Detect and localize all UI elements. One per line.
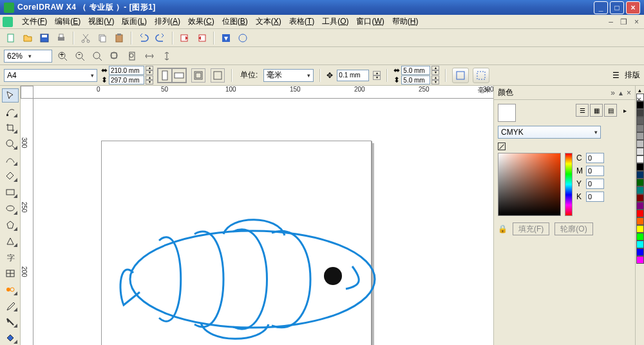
polygon-tool[interactable] — [2, 218, 19, 232]
doc-restore-button[interactable]: ❐ — [618, 17, 630, 26]
ellipse-tool[interactable] — [2, 201, 19, 215]
cut-icon[interactable] — [79, 31, 93, 45]
docker-header[interactable]: 颜色 » ▴ × — [494, 86, 635, 100]
basic-shapes-tool[interactable] — [2, 234, 19, 248]
palette-swatch[interactable] — [636, 202, 644, 210]
palette-tab[interactable]: ▤ — [604, 104, 617, 117]
options-icon[interactable]: ☰ — [612, 71, 620, 80]
layout-label[interactable]: 排版 — [625, 70, 640, 81]
palette-nofill[interactable]: ✕ — [636, 94, 644, 101]
lock-icon[interactable]: 🔒 — [498, 224, 507, 233]
zoom-page-icon[interactable] — [125, 49, 139, 63]
zoom-selection-icon[interactable] — [90, 49, 104, 63]
minimize-button[interactable]: _ — [594, 1, 608, 14]
menu-file[interactable]: 文件(F) — [18, 15, 51, 28]
docker-collapse-icon[interactable]: ▴ — [619, 88, 623, 97]
crop-tool[interactable] — [2, 121, 19, 135]
palette-swatch[interactable] — [636, 163, 644, 171]
shape-tool[interactable] — [2, 104, 19, 119]
eyedropper-tool[interactable] — [2, 299, 19, 313]
no-fill-icon[interactable] — [498, 143, 506, 150]
palette-swatch[interactable] — [636, 225, 644, 233]
zoom-tool[interactable] — [2, 137, 19, 151]
zoom-in-icon[interactable]: + — [55, 49, 70, 63]
maximize-button[interactable]: □ — [610, 1, 624, 14]
ruler-vertical[interactable]: 300 250 200 — [21, 99, 33, 345]
paste-icon[interactable] — [112, 31, 126, 45]
palette-swatch[interactable] — [636, 256, 644, 264]
portrait-button[interactable] — [158, 68, 172, 83]
palette-up-icon[interactable]: ▴ — [638, 87, 641, 94]
save-icon[interactable] — [37, 31, 52, 45]
landscape-button[interactable] — [172, 68, 186, 83]
menu-help[interactable]: 帮助(H) — [388, 15, 422, 28]
width-spinner[interactable]: ▴▾ — [146, 66, 153, 75]
zoom-all-icon[interactable] — [108, 49, 122, 63]
nudge-input[interactable]: 0.1 mm — [337, 70, 369, 81]
palette-swatch[interactable] — [636, 171, 644, 179]
table-tool[interactable] — [2, 266, 19, 281]
c-input[interactable]: 0 — [586, 153, 604, 163]
palette-swatch[interactable] — [636, 117, 644, 124]
redo-icon[interactable] — [153, 31, 167, 45]
palette-swatch[interactable] — [636, 124, 644, 132]
docker-expand-icon[interactable]: » — [611, 88, 615, 97]
freehand-tool[interactable] — [2, 153, 19, 167]
palette-swatch[interactable] — [636, 210, 644, 217]
copy-icon[interactable] — [95, 31, 109, 45]
viewer-tab[interactable]: ▦ — [590, 104, 603, 117]
palette-swatch[interactable] — [636, 155, 644, 163]
palette-swatch[interactable] — [636, 140, 644, 148]
app-launcher-icon[interactable]: ▾ — [219, 31, 233, 45]
menu-text[interactable]: 文本(X) — [252, 15, 285, 28]
apply-all-pages-button[interactable] — [191, 68, 205, 83]
outline-button[interactable]: 轮廓(O) — [554, 222, 592, 235]
new-icon[interactable] — [4, 31, 18, 45]
hue-slider[interactable] — [565, 153, 573, 216]
palette-swatch[interactable] — [636, 241, 644, 248]
color-field[interactable] — [498, 153, 561, 216]
menu-table[interactable]: 表格(T) — [285, 15, 318, 28]
dup-y-input[interactable]: 5.0 mm — [401, 75, 430, 84]
menu-arrange[interactable]: 排列(A) — [151, 15, 184, 28]
ruler-origin[interactable] — [21, 86, 33, 99]
open-icon[interactable] — [21, 31, 35, 45]
zoom-out-icon[interactable]: - — [73, 49, 87, 63]
palette-swatch[interactable] — [636, 148, 644, 155]
menu-bitmaps[interactable]: 位图(B) — [218, 15, 252, 28]
nudge-spinner[interactable]: ▴▾ — [373, 71, 381, 80]
snap-options-button[interactable] — [473, 68, 489, 83]
palette-swatch[interactable] — [636, 132, 644, 140]
treat-as-filled-button[interactable] — [452, 68, 469, 83]
palette-swatch[interactable] — [636, 233, 644, 241]
export-icon[interactable] — [194, 31, 209, 45]
color-model-select[interactable]: CMYK▾ — [498, 126, 601, 139]
sliders-tab[interactable]: ☰ — [576, 104, 589, 117]
menu-view[interactable]: 视图(V) — [84, 15, 118, 28]
pick-tool[interactable] — [2, 88, 19, 103]
menu-tab[interactable]: ▸ — [618, 104, 631, 117]
menu-layout[interactable]: 版面(L) — [118, 15, 151, 28]
unit-select[interactable]: 毫米▾ — [263, 69, 314, 82]
zoom-height-icon[interactable] — [160, 49, 174, 63]
palette-swatch[interactable] — [636, 217, 644, 225]
zoom-width-icon[interactable] — [142, 49, 156, 63]
docker-close-icon[interactable]: × — [627, 88, 631, 97]
paper-size-select[interactable]: A4▾ — [4, 69, 97, 82]
print-icon[interactable] — [54, 31, 68, 45]
height-spinner[interactable]: ▴▾ — [146, 75, 153, 84]
palette-swatch[interactable] — [636, 109, 644, 117]
undo-icon[interactable] — [137, 31, 151, 45]
k-input[interactable]: 0 — [586, 192, 604, 202]
palette-swatch[interactable] — [636, 194, 644, 202]
outline-tool[interactable] — [2, 315, 19, 329]
page-height-input[interactable]: 297.0 mm — [109, 75, 144, 84]
menu-effects[interactable]: 效果(C) — [184, 15, 218, 28]
rectangle-tool[interactable] — [2, 185, 19, 199]
menu-edit[interactable]: 编辑(E) — [51, 15, 84, 28]
y-input[interactable]: 0 — [586, 179, 604, 189]
zoom-input[interactable]: 62%▾ — [4, 50, 52, 63]
page-width-input[interactable]: 210.0 mm — [109, 66, 144, 75]
text-tool[interactable]: 字 — [2, 250, 19, 264]
fill-tool[interactable] — [2, 331, 19, 345]
